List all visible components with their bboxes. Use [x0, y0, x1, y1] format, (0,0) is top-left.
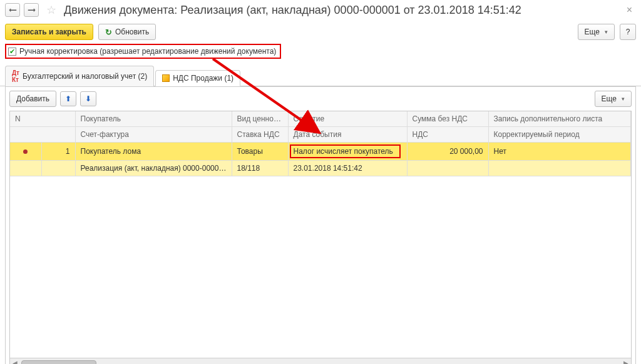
save-and-close-button[interactable]: Записать и закрыть [5, 24, 93, 40]
col-buyer[interactable]: Покупатель [75, 111, 232, 127]
ledger-icon: ДтКт [12, 69, 19, 83]
cell-invoice: Реализация (акт, накладная) 0000-00000… [75, 161, 232, 176]
grid-table: N Покупатель Вид ценности Событие Сумма … [10, 111, 631, 176]
cell-valtype: Товары [232, 143, 288, 161]
tab-accounting-label: Бухгалтерский и налоговый учет (2) [23, 72, 147, 81]
table-row[interactable]: Реализация (акт, накладная) 0000-00000… … [10, 161, 631, 176]
col-sum[interactable]: Сумма без НДС [407, 111, 488, 127]
col-event[interactable]: Событие [288, 111, 407, 127]
col-n[interactable]: N [10, 111, 75, 127]
header-row-1: N Покупатель Вид ценности Событие Сумма … [10, 111, 631, 127]
col-valtype[interactable]: Вид ценности [232, 111, 288, 127]
col-corr[interactable]: Корректируемый период [488, 127, 630, 143]
table-row[interactable]: 1 Покупатель лома Товары Налог исчисляет… [10, 143, 631, 161]
col-record[interactable]: Запись дополнительного листа [488, 111, 630, 127]
refresh-label: Обновить [115, 28, 149, 36]
horizontal-scrollbar[interactable]: ◀ ▶ [10, 358, 631, 364]
col-eventdate[interactable]: Дата события [288, 127, 407, 143]
scroll-right-icon[interactable]: ▶ [621, 360, 631, 364]
col-invoice[interactable]: Счет-фактура [75, 127, 232, 143]
close-button[interactable]: × [623, 4, 636, 16]
col-rate[interactable]: Ставка НДС [232, 127, 288, 143]
tabs: ДтКт Бухгалтерский и налоговый учет (2) … [0, 65, 641, 86]
tab-vat-sales-label: НДС Продажи (1) [173, 74, 233, 83]
header-row-2: Счет-фактура Ставка НДС Дата события НДС… [10, 127, 631, 143]
cell-eventdate: 23.01.2018 14:51:42 [288, 161, 407, 176]
panel-more-button[interactable]: Еще [595, 91, 632, 107]
cell-event: Налог исчисляет покупатель [288, 143, 407, 161]
move-up-button[interactable]: ⬆ [60, 91, 76, 106]
favorite-star-icon[interactable]: ☆ [46, 3, 56, 17]
scroll-left-icon[interactable]: ◀ [10, 360, 20, 364]
refresh-button[interactable]: ↻ Обновить [98, 24, 156, 40]
nav-back-button[interactable]: 🠔 [5, 3, 20, 17]
row-marker-icon [23, 149, 28, 154]
move-down-button[interactable]: ⬇ [80, 91, 96, 106]
register-icon [162, 74, 170, 82]
scroll-thumb[interactable] [21, 360, 96, 365]
cell-num: 1 [41, 143, 75, 161]
cell-buyer: Покупатель лома [75, 143, 232, 161]
refresh-icon: ↻ [105, 28, 112, 37]
more-button[interactable]: Еще [578, 24, 615, 40]
cell-rate: 18/118 [232, 161, 288, 176]
page-title: Движения документа: Реализация (акт, нак… [64, 4, 619, 17]
grid-empty-area [10, 176, 631, 358]
tab-accounting[interactable]: ДтКт Бухгалтерский и налоговый учет (2) [5, 66, 154, 86]
tab-vat-sales[interactable]: НДС Продажи (1) [155, 70, 240, 86]
grid-panel: Добавить ⬆ ⬇ Еще N Покупатель Вид ценнос… [5, 86, 636, 364]
manual-edit-label: Ручная корректировка (разрешает редактир… [19, 47, 276, 56]
help-button[interactable]: ? [620, 24, 636, 40]
nav-forward-button[interactable]: 🠖 [24, 3, 39, 17]
cell-record: Нет [488, 143, 630, 161]
manual-edit-checkbox[interactable]: ✔ [8, 48, 16, 56]
add-row-button[interactable]: Добавить [9, 91, 56, 107]
cell-sum: 20 000,00 [407, 143, 488, 161]
manual-edit-checkbox-row[interactable]: ✔ Ручная корректировка (разрешает редакт… [5, 44, 281, 59]
col-vat[interactable]: НДС [407, 127, 488, 143]
